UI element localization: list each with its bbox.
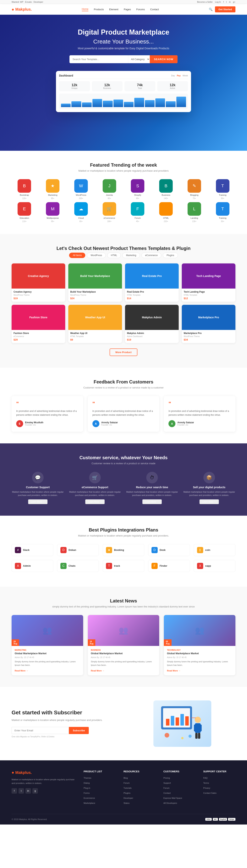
trending-item[interactable]: M Multipurpose 95+	[40, 202, 66, 222]
plugin-item[interactable]: F Finder	[148, 560, 190, 572]
social-btn-in[interactable]: in	[26, 788, 31, 794]
plugin-item[interactable]: C Chats	[57, 560, 99, 572]
product-card[interactable]: Creative Agency Creative Agency WordPres…	[11, 264, 65, 302]
dash-tab-week[interactable]: Week	[182, 74, 188, 77]
trending-item[interactable]: F Forum 45+	[125, 202, 150, 222]
filter-tab[interactable]: All Items	[69, 253, 85, 258]
social-btn-g[interactable]: g	[32, 788, 38, 794]
trending-item[interactable]: 🛒 eCommerce 180+	[97, 202, 122, 222]
plugin-item[interactable]: # Slack	[11, 544, 53, 556]
footer-link[interactable]: Pricing	[164, 777, 170, 779]
news-card[interactable]: 18Aug 👥 BUSINESS Global Marketplace Mark…	[88, 615, 160, 675]
more-products-button[interactable]: More Product	[110, 348, 137, 356]
plugin-item[interactable]: D Dokan	[57, 544, 99, 556]
footer-link[interactable]: Developer	[123, 797, 133, 799]
footer-link[interactable]: Themes	[83, 777, 91, 779]
subscribe-button[interactable]: Subscribe	[69, 727, 89, 734]
filter-tab[interactable]: Marketing	[122, 253, 140, 258]
footer-link[interactable]: Express Mail Space	[164, 797, 182, 799]
login-link[interactable]: Log In	[215, 1, 221, 3]
trending-item[interactable]: T Training 50+	[210, 179, 236, 199]
trending-item[interactable]: L Landing 130+	[182, 202, 207, 222]
read-more-link[interactable]: Read More →	[167, 670, 180, 672]
trending-item[interactable]: B Business 140+	[153, 179, 179, 199]
hero-search-input[interactable]	[69, 55, 128, 63]
filter-tab[interactable]: WordPress	[87, 253, 106, 258]
hero-category-select[interactable]: All Category	[128, 55, 150, 63]
trending-item[interactable]: E Education 110+	[11, 202, 37, 222]
trending-item[interactable]: J Joomla 60+	[97, 179, 122, 199]
trending-item[interactable]: ✎ Blogging 75+	[182, 179, 207, 199]
learn-more-button[interactable]: Learn More →	[28, 499, 47, 504]
social-t-icon[interactable]: t	[226, 1, 227, 3]
become-author-link[interactable]: Become a Seller	[197, 1, 213, 3]
social-in-icon[interactable]: in	[229, 1, 231, 3]
filter-tab[interactable]: HTML	[107, 253, 121, 258]
nav-products[interactable]: Products	[94, 8, 104, 11]
footer-link[interactable]: Contact	[164, 792, 171, 794]
read-more-link[interactable]: Read More →	[15, 670, 28, 672]
footer-link[interactable]: Forum	[164, 787, 170, 789]
footer-link[interactable]: Ecommerce	[83, 797, 95, 799]
footer-link[interactable]: All Developers	[164, 802, 177, 804]
footer-link[interactable]: Blog	[123, 777, 128, 779]
nav-forums[interactable]: Forums	[136, 8, 145, 11]
footer-link[interactable]: Forms	[83, 792, 90, 794]
trending-item[interactable]: B Bootstrap 120+	[11, 179, 37, 199]
product-card[interactable]: Marketplace Pro Marketplace Pro WordPres…	[182, 305, 236, 343]
news-card[interactable]: 29Aug 👥 MARKETING Global Marketplace Mar…	[11, 615, 83, 675]
hero-search-button[interactable]: SEARCH NOW	[150, 55, 178, 63]
trending-item[interactable]: ★ Marketing 85+	[40, 179, 66, 199]
trending-item[interactable]: ☁ Cloud 65+	[68, 202, 94, 222]
nav-contact[interactable]: Contact	[150, 8, 159, 11]
learn-more-button[interactable]: Learn More →	[200, 499, 219, 504]
read-more-link[interactable]: Read More →	[91, 670, 104, 672]
trending-item[interactable]: W WordPress 200+	[68, 179, 94, 199]
footer-link[interactable]: FAQ	[203, 777, 207, 779]
footer-link[interactable]: Forum	[123, 782, 130, 784]
social-btn-f[interactable]: f	[11, 788, 17, 794]
product-card[interactable]: Fashion Store Fashion Store eCommerce $2…	[11, 305, 65, 343]
plugin-item[interactable]: ₿ coin	[194, 544, 236, 556]
footer-link[interactable]: Terms	[203, 782, 209, 784]
news-card[interactable]: 05Aug 👥 TECHNOLOGY Global Marketplace Ma…	[164, 615, 236, 675]
footer-link[interactable]: Contact Sales	[203, 792, 216, 794]
footer-link[interactable]: Status	[123, 802, 130, 804]
nav-home[interactable]: Home	[82, 7, 89, 11]
product-card[interactable]: Makplus Admin Makplus Admin Admin Dashbo…	[125, 305, 179, 343]
plugin-item[interactable]: ★ Booking	[103, 544, 144, 556]
get-started-button[interactable]: Get Started	[215, 6, 236, 12]
footer-link[interactable]: Support	[164, 782, 171, 784]
social-btn-t[interactable]: t	[19, 788, 24, 794]
trending-item[interactable]: T Training 50+	[210, 202, 236, 222]
plugin-item[interactable]: T track	[103, 560, 144, 572]
product-card[interactable]: Build Your Marketplace Build Your Market…	[68, 264, 122, 302]
nav-element[interactable]: Element	[109, 8, 118, 11]
product-card[interactable]: Tech Landing Page Tech Landing Page HTML…	[182, 264, 236, 302]
search-icon[interactable]: 🔍	[209, 7, 213, 11]
trending-item[interactable]: S Shopify 90+	[125, 179, 150, 199]
footer-link[interactable]: Privacy	[203, 787, 210, 789]
plugin-item[interactable]: X xapp	[194, 560, 236, 572]
trending-item[interactable]: HTML 220+	[153, 202, 179, 222]
nav-pages[interactable]: Pages	[124, 8, 131, 11]
footer-link[interactable]: Dialog	[83, 782, 90, 784]
social-f-icon[interactable]: f	[223, 1, 224, 3]
footer-link[interactable]: Tutorials	[123, 787, 132, 789]
product-info: Weather App UI HTML Template $9	[68, 330, 122, 343]
learn-more-button[interactable]: Learn More →	[142, 499, 162, 504]
plugin-item[interactable]: A Admin	[11, 560, 53, 572]
footer-link[interactable]: Marketplace	[83, 802, 95, 804]
footer-link[interactable]: Plug-in	[83, 787, 90, 789]
social-g-icon[interactable]: g+	[233, 1, 236, 3]
footer-link[interactable]: Plugins	[123, 792, 131, 794]
plugin-item[interactable]: D Desk	[148, 544, 190, 556]
product-card[interactable]: Real Estate Pro Real Estate Pro HTML Tem…	[125, 264, 179, 302]
product-card[interactable]: Weather App UI Weather App UI HTML Templ…	[68, 305, 122, 343]
dash-tab-day[interactable]: Day	[171, 74, 175, 77]
filter-tab[interactable]: eCommerce	[141, 253, 161, 258]
learn-more-button[interactable]: Learn More →	[85, 499, 105, 504]
filter-tab[interactable]: Plugins	[163, 253, 178, 258]
subscriber-email-input[interactable]	[11, 727, 69, 734]
dash-tab-pay[interactable]: Pay	[177, 74, 181, 77]
